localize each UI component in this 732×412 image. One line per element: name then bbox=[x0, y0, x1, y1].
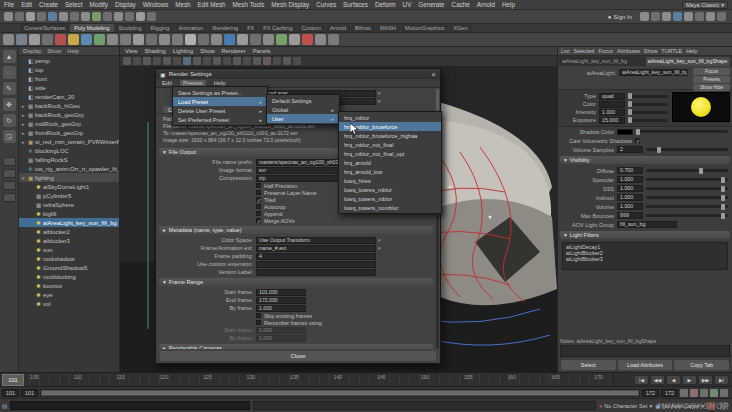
presets-menu-item[interactable]: Save Settings as Preset... bbox=[173, 88, 267, 97]
playback-option-icon[interactable] bbox=[700, 389, 708, 397]
frame-range-section-header[interactable]: ▾ Frame Range bbox=[159, 278, 433, 286]
attribute-field[interactable] bbox=[599, 101, 625, 108]
menu-item[interactable]: Display bbox=[115, 1, 136, 8]
viewport-toolbar-icon[interactable] bbox=[163, 57, 171, 65]
option-checkbox[interactable]: ✓ bbox=[256, 218, 261, 223]
viewport-menu-item[interactable]: Panels bbox=[253, 48, 271, 54]
shelf-icon[interactable] bbox=[42, 34, 53, 45]
viewport-toolbar-icon[interactable] bbox=[293, 57, 301, 65]
viewport-toolbar-icon[interactable] bbox=[153, 57, 161, 65]
renderable-cameras-section-header[interactable]: ▸ Renderable Cameras bbox=[159, 344, 433, 349]
menu-item[interactable]: Help bbox=[502, 1, 515, 8]
attribute-slider[interactable] bbox=[646, 187, 728, 190]
shelf-icon[interactable] bbox=[16, 34, 27, 45]
character-set-selector[interactable]: ♦ No Character Set ▾ bbox=[599, 403, 652, 409]
layout-button[interactable] bbox=[3, 181, 16, 190]
volume-samples-slider[interactable] bbox=[646, 148, 728, 151]
time-slider[interactable]: 1051101151201251301351401451501551601651… bbox=[0, 373, 614, 387]
viewport-toolbar-icon[interactable] bbox=[253, 57, 261, 65]
status-icon[interactable] bbox=[662, 12, 671, 21]
outliner-item[interactable]: ✛ ow_rig_anim:Orr_rt_spawler_fit_skel_lo… bbox=[19, 164, 119, 173]
menu-item[interactable]: Arnold bbox=[477, 1, 495, 8]
volume-samples-field[interactable]: 2 bbox=[617, 146, 643, 153]
outliner-item[interactable]: ✱ rockshadow bbox=[19, 254, 119, 263]
shelf-tab[interactable]: Arnold bbox=[326, 24, 350, 32]
viewport-toolbar-icon[interactable] bbox=[243, 57, 251, 65]
viewport-toolbar-icon[interactable] bbox=[123, 57, 131, 65]
range-slider[interactable] bbox=[40, 389, 640, 397]
status-icon[interactable] bbox=[37, 12, 46, 21]
option-checkbox[interactable] bbox=[256, 211, 261, 216]
shelf-icon[interactable] bbox=[185, 34, 196, 45]
outliner-item[interactable]: ▸ ▦ backRock_geoGrp bbox=[19, 110, 119, 119]
dialog-titlebar[interactable]: ▣ Render Settings ✕ bbox=[156, 69, 440, 79]
viewport-toolbar-icon[interactable] bbox=[213, 57, 221, 65]
skip-existing-checkbox[interactable] bbox=[256, 313, 261, 318]
menu-item[interactable]: Mesh bbox=[175, 1, 190, 8]
shelf-icon[interactable] bbox=[159, 34, 170, 45]
shelf-tab[interactable]: MASH bbox=[376, 24, 400, 32]
outliner-item[interactable]: ✱ aiSkyDomeLight1 bbox=[19, 182, 119, 191]
shelf-icon[interactable] bbox=[302, 34, 313, 45]
load-preset-item[interactable]: User ▸ bbox=[267, 114, 339, 123]
presets-menu-item[interactable]: Delete User Preset ▸ bbox=[173, 106, 267, 115]
shelf-icon[interactable] bbox=[68, 34, 79, 45]
shelf-icon[interactable] bbox=[315, 34, 326, 45]
frame-field[interactable]: 1.000 bbox=[256, 305, 306, 312]
outliner-menu-item[interactable]: Help bbox=[67, 48, 79, 54]
playback-option-icon[interactable] bbox=[720, 389, 728, 397]
transport-button[interactable]: ▶| bbox=[714, 375, 729, 385]
shelf-icon[interactable] bbox=[81, 34, 92, 45]
viewport-toolbar-icon[interactable] bbox=[233, 57, 241, 65]
playback-option-icon[interactable] bbox=[680, 389, 688, 397]
command-line-input[interactable] bbox=[10, 401, 250, 410]
option-checkbox[interactable] bbox=[256, 190, 261, 195]
attribute-slider[interactable] bbox=[628, 95, 668, 98]
user-preset-item[interactable]: lowq_towers_nomblur bbox=[339, 203, 441, 212]
outliner-item[interactable]: ▸ ▦ frontRock_geoGrp bbox=[19, 128, 119, 137]
cast-volumetric-checkbox[interactable]: ✓ bbox=[635, 138, 640, 143]
visibility-section-header[interactable]: ▾ Visibility bbox=[560, 156, 730, 164]
status-icon[interactable] bbox=[70, 12, 79, 21]
outliner-item[interactable]: ✱ GroundShadow5 bbox=[19, 263, 119, 272]
shelf-icon[interactable] bbox=[237, 34, 248, 45]
status-icon[interactable] bbox=[673, 12, 682, 21]
misc-field[interactable] bbox=[256, 269, 376, 276]
attribute-field[interactable]: 1.000 bbox=[617, 185, 643, 192]
viewport-toolbar-icon[interactable] bbox=[173, 57, 181, 65]
current-frame-indicator[interactable]: 101 bbox=[2, 374, 24, 386]
ae-menu-item[interactable]: Show bbox=[644, 48, 658, 54]
ae-menu-item[interactable]: Attributes bbox=[617, 48, 640, 54]
playback-option-icon[interactable] bbox=[690, 389, 698, 397]
misc-field[interactable]: Use Output Transform bbox=[256, 237, 376, 244]
status-icon[interactable] bbox=[59, 12, 68, 21]
status-icon[interactable] bbox=[114, 12, 123, 21]
outliner-menu-item[interactable]: Show bbox=[47, 48, 61, 54]
menu-item[interactable]: Edit bbox=[21, 1, 32, 8]
outliner-item[interactable]: ◧ renderCam_20 bbox=[19, 92, 119, 101]
viewport-menu-item[interactable]: Shading bbox=[144, 48, 165, 54]
user-preset-item[interactable]: lowq_towers_mblur bbox=[339, 194, 441, 203]
outliner-item[interactable]: ▦ pCylinder5 bbox=[19, 191, 119, 200]
outliner-item[interactable]: ✱ aiAreaLight_key_sun_fill_bg bbox=[19, 218, 119, 227]
viewport-toolbar-icon[interactable] bbox=[203, 57, 211, 65]
notes-textarea[interactable] bbox=[560, 345, 730, 357]
shelf-icon[interactable] bbox=[133, 34, 144, 45]
shelf-tab[interactable]: Custom bbox=[298, 24, 325, 32]
presets-menu-item[interactable]: Load Preset ▸ bbox=[173, 97, 267, 106]
outliner-item[interactable]: ▦ refraSphere bbox=[19, 200, 119, 209]
attribute-slider[interactable] bbox=[646, 169, 728, 172]
shelf-icon[interactable] bbox=[3, 34, 14, 45]
misc-field[interactable]: 4 bbox=[256, 253, 376, 260]
status-icon[interactable] bbox=[684, 12, 693, 21]
menu-item[interactable]: Curves bbox=[316, 1, 336, 8]
menu-item[interactable]: Select bbox=[65, 1, 83, 8]
viewport-toolbar-icon[interactable] bbox=[283, 57, 291, 65]
outliner-item[interactable]: ✛ blockingLOC bbox=[19, 146, 119, 155]
viewport-menu-item[interactable]: Show bbox=[200, 48, 215, 54]
menu-item[interactable]: Edit Mesh bbox=[198, 1, 226, 8]
outliner-menu-item[interactable]: Display bbox=[23, 48, 41, 54]
outliner-item[interactable]: ◧ side bbox=[19, 83, 119, 92]
aov-light-group-field[interactable]: fill_sun_bg bbox=[617, 221, 677, 228]
outliner-item[interactable]: ✱ aiblocker3 bbox=[19, 236, 119, 245]
